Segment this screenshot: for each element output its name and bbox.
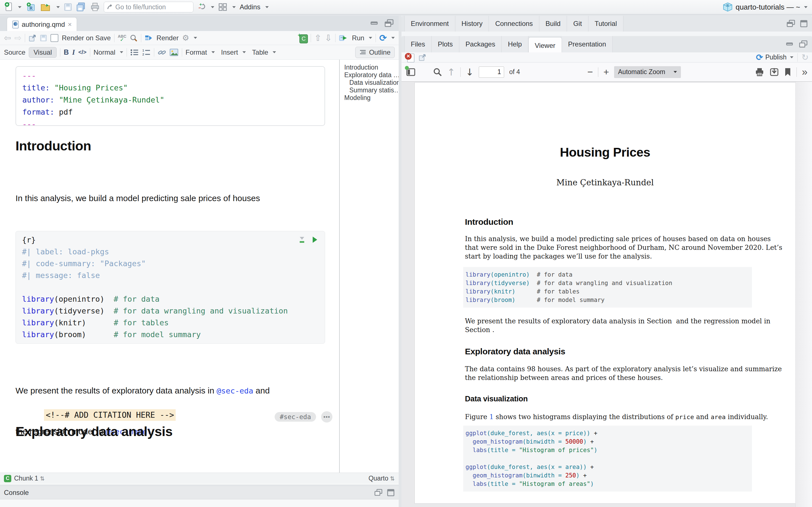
tab-close-icon[interactable]: × <box>68 20 71 29</box>
pdf-print-icon[interactable] <box>755 68 764 76</box>
pdf-sidebar-toggle-icon[interactable] <box>406 68 416 76</box>
pdf-zoom-select[interactable]: Automatic Zoom <box>614 66 681 78</box>
insert-caret[interactable] <box>243 51 246 53</box>
tab-history[interactable]: History <box>455 16 489 32</box>
version-control-icon[interactable]: ＋− <box>197 2 206 12</box>
pdf-next-page-icon[interactable]: ↓ <box>466 66 474 78</box>
run-caret[interactable] <box>369 37 372 39</box>
pane-restore-icon[interactable] <box>786 20 796 27</box>
run-next-chunk-icon[interactable]: ⇩ <box>325 33 332 43</box>
refresh-viewer-icon[interactable]: ↻ <box>802 52 809 62</box>
outline-item-data-visualization[interactable]: Data visualization <box>344 79 399 87</box>
pdf-search-icon[interactable] <box>433 68 442 76</box>
publish-icon[interactable]: ⟳ <box>756 52 763 62</box>
bullet-list-icon[interactable] <box>130 49 139 56</box>
image-icon[interactable] <box>169 48 179 56</box>
paragraph-style-caret[interactable] <box>120 51 123 53</box>
tab-presentation[interactable]: Presentation <box>562 36 613 52</box>
version-control-caret[interactable] <box>211 6 214 8</box>
open-file-icon[interactable] <box>40 2 51 12</box>
goto-file-input[interactable]: Go to file/function <box>104 2 193 12</box>
link-icon[interactable] <box>158 48 166 56</box>
find-replace-icon[interactable] <box>130 34 138 42</box>
viewer-restore-icon[interactable] <box>799 40 808 48</box>
pdf-download-icon[interactable] <box>769 68 779 76</box>
r-code-chunk[interactable]: {r} #| label: load-pkgs #| code-summary:… <box>15 231 325 344</box>
open-recent-caret[interactable] <box>56 6 60 8</box>
console-maximize-icon[interactable] <box>387 489 395 497</box>
tab-authoring-qmd[interactable]: authoring.qmd × <box>7 17 77 31</box>
visual-editor-canvas[interactable]: --- title: "Housing Prices" author: "Min… <box>0 60 339 473</box>
code-button[interactable]: </> <box>79 49 87 55</box>
open-in-window-icon[interactable] <box>29 34 36 42</box>
console-restore-icon[interactable] <box>374 489 383 497</box>
minimize-pane-icon[interactable] <box>370 19 380 26</box>
format-menu[interactable]: Format <box>186 48 207 56</box>
outline-item-eda[interactable]: Exploratory data … <box>344 71 399 79</box>
pdf-scrollbar[interactable] <box>795 82 812 507</box>
new-file-icon[interactable] <box>4 2 13 12</box>
table-menu[interactable]: Table <box>252 48 268 56</box>
outline-toggle-button[interactable]: Outline <box>355 47 395 58</box>
forward-icon[interactable]: ⇨ <box>14 33 21 43</box>
pdf-page-number-input[interactable] <box>479 66 504 78</box>
tab-help[interactable]: Help <box>502 36 528 52</box>
yaml-metadata-block[interactable]: --- title: "Housing Prices" author: "Min… <box>15 66 325 126</box>
insert-menu[interactable]: Insert <box>221 48 238 56</box>
save-icon[interactable] <box>64 2 72 12</box>
source-rerun-icon[interactable]: ⟳ <box>379 33 387 43</box>
visual-mode-button[interactable]: Visual <box>29 47 57 58</box>
console-title[interactable]: Console <box>4 489 29 497</box>
tab-packages[interactable]: Packages <box>459 36 502 52</box>
pdf-tools-chevrons[interactable]: » <box>802 66 808 78</box>
tab-environment[interactable]: Environment <box>404 16 455 32</box>
new-file-caret[interactable] <box>18 6 21 8</box>
source-rerun-caret[interactable] <box>391 37 395 39</box>
tab-files[interactable]: Files <box>404 36 432 52</box>
viewer-minimize-icon[interactable] <box>786 41 795 48</box>
render-button[interactable]: Render <box>156 34 179 42</box>
new-project-icon[interactable]: R <box>26 2 36 12</box>
tab-git[interactable]: Git <box>567 16 589 32</box>
chunk-position-stepper-icon[interactable]: ⇅ <box>40 475 45 482</box>
render-icon[interactable] <box>145 34 153 42</box>
tab-tutorial[interactable]: Tutorial <box>589 16 623 32</box>
outline-item-modeling[interactable]: Modeling <box>344 94 399 102</box>
pane-maximize-icon[interactable] <box>800 20 808 27</box>
pdf-zoom-out-icon[interactable]: − <box>587 66 593 77</box>
render-on-save-checkbox[interactable] <box>50 34 58 42</box>
viewer-popout-icon[interactable] <box>418 54 426 61</box>
format-caret[interactable] <box>211 51 215 53</box>
source-mode-button[interactable]: Source <box>4 48 26 56</box>
pdf-viewport[interactable]: Housing Prices Mine Çetinkaya-Rundel Int… <box>402 82 812 507</box>
file-type-stepper-icon[interactable]: ⇅ <box>390 475 395 482</box>
publish-caret[interactable] <box>790 56 794 58</box>
run-previous-chunks-icon[interactable]: ⇧ <box>314 33 321 43</box>
run-button[interactable]: Run <box>352 34 364 42</box>
pdf-bookmark-icon[interactable] <box>784 68 792 76</box>
save-doc-icon[interactable] <box>40 34 47 42</box>
insert-chunk-icon[interactable]: C + <box>298 33 307 43</box>
stop-viewer-icon[interactable]: ✕ <box>405 53 414 62</box>
tab-build[interactable]: Build <box>539 16 567 32</box>
run-icon[interactable] <box>339 34 349 42</box>
spellcheck-icon[interactable]: ABC✓ <box>118 35 126 41</box>
addins-menu[interactable]: Addins <box>240 3 260 11</box>
outline-item-introduction[interactable]: Introduction <box>344 64 399 71</box>
print-icon[interactable] <box>90 2 100 12</box>
addins-caret[interactable] <box>265 6 269 8</box>
chunk-position-label[interactable]: Chunk 1 <box>14 474 38 482</box>
project-menu[interactable]: R quarto-tutorials — ~ <box>723 2 808 12</box>
back-icon[interactable]: ⇦ <box>4 33 11 43</box>
save-all-icon[interactable] <box>76 2 86 12</box>
tab-plots[interactable]: Plots <box>432 36 459 52</box>
section-menu-button[interactable]: ••• <box>321 411 333 422</box>
table-caret[interactable] <box>273 51 276 53</box>
workspace-panes-icon[interactable] <box>218 2 227 12</box>
render-settings-caret[interactable] <box>194 37 197 39</box>
publish-button[interactable]: Publish <box>765 54 786 61</box>
tab-connections[interactable]: Connections <box>489 16 539 32</box>
italic-button[interactable]: I <box>72 48 75 56</box>
run-chunks-above-icon[interactable] <box>298 236 306 244</box>
paragraph-style-select[interactable]: Normal <box>94 48 115 56</box>
